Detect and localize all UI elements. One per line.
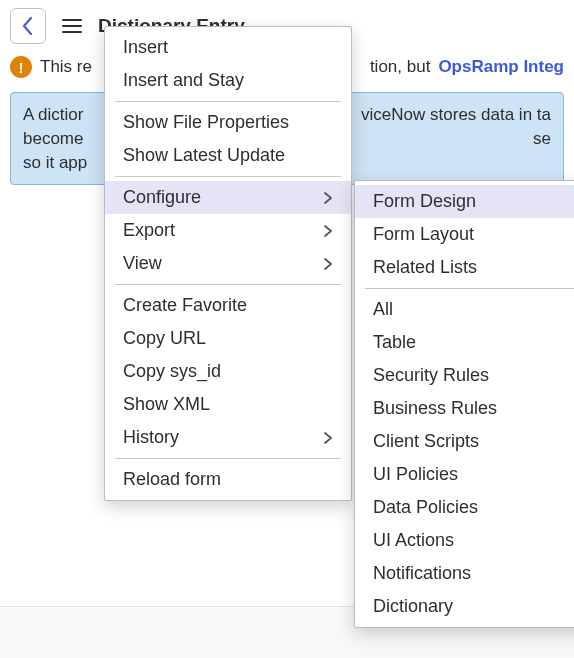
configure-menu-item-related-lists[interactable]: Related Lists (355, 251, 574, 284)
chevron-left-icon (21, 16, 35, 36)
menu-item-label: Form Layout (373, 224, 474, 245)
menu-item-label: Notifications (373, 563, 471, 584)
menu-item-label: Table (373, 332, 416, 353)
menu-item-label: Copy URL (123, 328, 206, 349)
menu-item-label: Export (123, 220, 175, 241)
menu-item-label: Related Lists (373, 257, 477, 278)
menu-item-label: Create Favorite (123, 295, 247, 316)
menu-item-label: Client Scripts (373, 431, 479, 452)
context-menu-main: InsertInsert and StayShow File Propertie… (104, 26, 352, 501)
configure-menu-item-security-rules[interactable]: Security Rules (355, 359, 574, 392)
menu-item-label: Configure (123, 187, 201, 208)
warning-text-mid: tion, but (370, 57, 431, 77)
configure-menu-separator (365, 288, 574, 289)
chevron-right-icon (323, 257, 333, 271)
main-menu-item-configure[interactable]: Configure (105, 181, 351, 214)
menu-item-label: Show XML (123, 394, 210, 415)
warning-link[interactable]: OpsRamp Integ (438, 57, 564, 77)
main-menu-item-reload-form[interactable]: Reload form (105, 463, 351, 496)
configure-menu-item-form-design[interactable]: Form Design (355, 185, 574, 218)
configure-menu-item-data-policies[interactable]: Data Policies (355, 491, 574, 524)
menu-item-label: Insert (123, 37, 168, 58)
main-menu-item-show-xml[interactable]: Show XML (105, 388, 351, 421)
info-line3a: so it app (23, 151, 87, 175)
main-menu-item-insert[interactable]: Insert (105, 31, 351, 64)
configure-menu-item-form-layout[interactable]: Form Layout (355, 218, 574, 251)
hamburger-menu-button[interactable] (58, 12, 86, 40)
info-line1b: viceNow stores data in ta (361, 103, 551, 127)
info-line2b: se (533, 127, 551, 151)
menu-item-label: Reload form (123, 469, 221, 490)
configure-menu-item-business-rules[interactable]: Business Rules (355, 392, 574, 425)
main-menu-separator (115, 284, 341, 285)
menu-item-label: Security Rules (373, 365, 489, 386)
menu-item-label: UI Policies (373, 464, 458, 485)
configure-menu-item-ui-policies[interactable]: UI Policies (355, 458, 574, 491)
main-menu-item-history[interactable]: History (105, 421, 351, 454)
main-menu-separator (115, 458, 341, 459)
main-menu-item-copy-url[interactable]: Copy URL (105, 322, 351, 355)
configure-menu-item-table[interactable]: Table (355, 326, 574, 359)
menu-item-label: Dictionary (373, 596, 453, 617)
main-menu-separator (115, 176, 341, 177)
configure-menu-item-client-scripts[interactable]: Client Scripts (355, 425, 574, 458)
back-button[interactable] (10, 8, 46, 44)
menu-item-label: UI Actions (373, 530, 454, 551)
menu-item-label: Form Design (373, 191, 476, 212)
main-menu-item-export[interactable]: Export (105, 214, 351, 247)
menu-item-label: Insert and Stay (123, 70, 244, 91)
menu-item-label: Business Rules (373, 398, 497, 419)
menu-item-label: All (373, 299, 393, 320)
info-line2a: become (23, 127, 83, 151)
menu-item-label: Data Policies (373, 497, 478, 518)
main-menu-item-show-file-properties[interactable]: Show File Properties (105, 106, 351, 139)
chevron-right-icon (323, 224, 333, 238)
main-menu-separator (115, 101, 341, 102)
main-menu-item-view[interactable]: View (105, 247, 351, 280)
menu-item-label: History (123, 427, 179, 448)
main-menu-item-copy-sys-id[interactable]: Copy sys_id (105, 355, 351, 388)
main-menu-item-insert-and-stay[interactable]: Insert and Stay (105, 64, 351, 97)
menu-item-label: Copy sys_id (123, 361, 221, 382)
configure-menu-item-dictionary[interactable]: Dictionary (355, 590, 574, 623)
menu-item-label: View (123, 253, 162, 274)
warning-text-prefix: This re (40, 57, 92, 77)
main-menu-item-create-favorite[interactable]: Create Favorite (105, 289, 351, 322)
menu-item-label: Show File Properties (123, 112, 289, 133)
chevron-right-icon (323, 191, 333, 205)
menu-item-label: Show Latest Update (123, 145, 285, 166)
context-menu-configure: Form DesignForm LayoutRelated ListsAllTa… (354, 180, 574, 628)
info-line1a: A dictior (23, 103, 83, 127)
warning-icon: ! (10, 56, 32, 78)
chevron-right-icon (323, 431, 333, 445)
configure-menu-item-ui-actions[interactable]: UI Actions (355, 524, 574, 557)
configure-menu-item-notifications[interactable]: Notifications (355, 557, 574, 590)
configure-menu-item-all[interactable]: All (355, 293, 574, 326)
main-menu-item-show-latest-update[interactable]: Show Latest Update (105, 139, 351, 172)
